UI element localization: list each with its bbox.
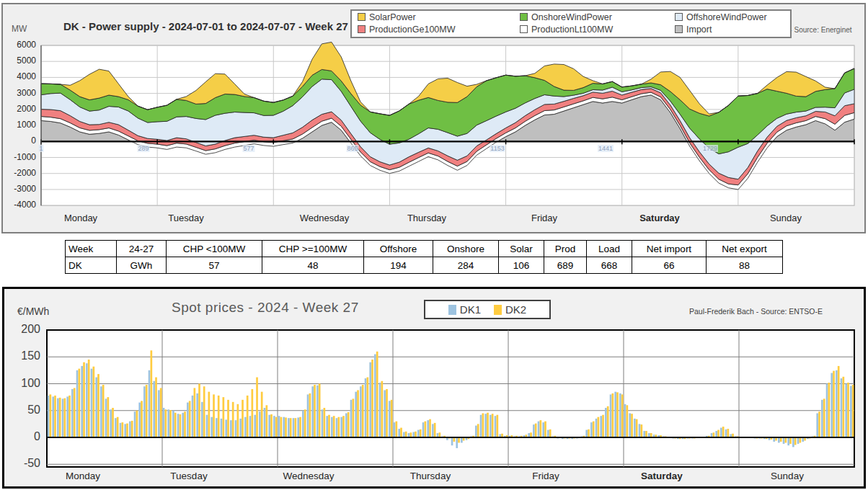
power-y-tick-label: 5000 (3, 55, 36, 66)
power-y-axis-unit: MW (12, 24, 27, 34)
spot-day-label: Friday (532, 471, 559, 481)
spot-legend: DK1DK2 (424, 300, 551, 319)
dashboard: { "power_panel": { "unit_label": "MW", "… (0, 0, 868, 490)
power-y-tick-label: 6000 (3, 40, 36, 50)
spot-y-tick-label: 200 (3, 323, 40, 336)
spot-day-label: Tuesday (170, 471, 207, 481)
power-y-tick-label: 0 (3, 135, 36, 146)
spot-day-label: Sunday (771, 471, 804, 481)
legend-item-productionlt100mw: ProductionLt100MW (520, 24, 675, 35)
power-x-inner-label: 1 (38, 145, 43, 152)
table-header-cell: Load (587, 241, 632, 257)
power-y-tick-label: 3000 (3, 88, 36, 98)
table-header-cell: Onshore (433, 241, 499, 257)
spot-day-label: Wednesday (283, 471, 334, 481)
power-day-label: Sunday (770, 213, 802, 223)
spot-y-tick-label: -50 (3, 457, 40, 470)
table-header-cell: CHP <100MW (167, 241, 262, 257)
power-day-label: Saturday (639, 213, 680, 223)
table-header-cell: Solar (499, 241, 544, 257)
table-header-cell: Offshore (364, 241, 433, 257)
table-cell: 66 (632, 257, 707, 274)
power-x-inner-label: 865 (346, 145, 358, 152)
spot-day-label: Saturday (641, 471, 683, 481)
table-header-row: Week24-27CHP <100MWCHP >=100MWOffshoreOn… (66, 241, 783, 257)
table-cell: 48 (262, 257, 364, 274)
power-y-tick-label: -3000 (3, 184, 36, 194)
legend-label: ProductionGe100MW (369, 24, 456, 35)
table-data-row: DKGWh57481942841066896686688 (66, 257, 783, 274)
power-legend: SolarPowerOnshoreWindPowerOffshoreWindPo… (350, 9, 792, 38)
productionge100mw-swatch-icon (358, 25, 366, 33)
power-day-label: Wednesday (300, 213, 349, 223)
dk1-swatch-icon (448, 305, 456, 315)
power-y-tick-label: 1000 (3, 120, 36, 130)
table-header-cell: Net export (707, 241, 783, 257)
legend-label: OnshoreWindPower (531, 12, 612, 22)
onshorewindpower-swatch-icon (520, 13, 528, 21)
power-x-inner-label: 1729 (702, 145, 718, 152)
table-header-cell: Net import (632, 241, 707, 257)
spot-y-tick-label: 50 (3, 404, 40, 416)
power-y-tick-label: 4000 (3, 71, 36, 81)
spot-day-label: Monday (66, 471, 100, 481)
power-x-inner-label: 289 (137, 145, 149, 152)
legend-item-solarpower: SolarPower (358, 12, 520, 22)
table-cell: 689 (544, 257, 587, 274)
spot-attribution: Paul-Frederik Bach - Source: ENTSO-E (689, 307, 823, 316)
power-day-label: Monday (64, 213, 97, 223)
legend-item-import: Import (675, 24, 790, 35)
spot-chart-title: Spot prices - 2024 - Week 27 (172, 300, 359, 316)
offshorewindpower-swatch-icon (675, 13, 683, 21)
power-x-inner-label: 577 (242, 145, 254, 152)
legend-label: ProductionLt100MW (531, 24, 613, 35)
productionlt100mw-swatch-icon (520, 25, 528, 33)
power-x-inner-label: 1441 (598, 145, 614, 152)
table-cell: 668 (587, 257, 632, 274)
power-y-tick-label: -4000 (3, 200, 36, 210)
legend-item-dk1: DK1 (448, 303, 481, 316)
power-day-label: Tuesday (168, 213, 203, 223)
table-cell: 57 (167, 257, 262, 274)
spot-y-axis-unit: €/MWh (17, 306, 49, 317)
table-cell: GWh (117, 257, 167, 274)
legend-label: OffshoreWindPower (686, 12, 767, 22)
power-y-tick-label: -1000 (3, 152, 36, 162)
table-cell: 284 (433, 257, 499, 274)
solarpower-swatch-icon (358, 13, 366, 21)
table-header-cell: CHP >=100MW (262, 241, 364, 257)
table-cell: 194 (364, 257, 433, 274)
spot-day-label: Thursday (410, 471, 451, 481)
legend-item-dk2: DK2 (494, 303, 526, 316)
power-day-label: Friday (531, 213, 557, 223)
energy-summary-table: Week24-27CHP <100MWCHP >=100MWOffshoreOn… (65, 240, 783, 274)
legend-item-offshorewindpower: OffshoreWindPower (675, 12, 790, 22)
legend-label: Import (686, 24, 712, 35)
table-cell: DK (66, 257, 117, 274)
legend-label: DK1 (460, 303, 481, 316)
table-header-cell: Week (66, 241, 117, 257)
power-y-tick-label: -2000 (3, 168, 36, 178)
spot-y-tick-label: 0 (3, 430, 40, 443)
dk2-swatch-icon (494, 305, 502, 315)
legend-item-productionge100mw: ProductionGe100MW (358, 24, 520, 35)
table-cell: 88 (707, 257, 783, 274)
power-chart-title: DK - Power supply - 2024-07-01 to 2024-0… (63, 20, 348, 32)
spot-y-tick-label: 150 (3, 349, 40, 362)
legend-item-onshorewindpower: OnshoreWindPower (520, 12, 675, 22)
legend-label: DK2 (505, 303, 526, 316)
table-header-cell: Prod (544, 241, 587, 257)
power-y-tick-label: 2000 (3, 104, 36, 114)
spot-y-tick-label: 100 (3, 377, 40, 390)
power-day-label: Thursday (407, 213, 446, 223)
power-x-inner-label: 1153 (490, 145, 505, 152)
table-cell: 106 (499, 257, 544, 274)
import-swatch-icon (675, 25, 683, 33)
legend-label: SolarPower (369, 12, 416, 22)
table-header-cell: 24-27 (117, 241, 167, 257)
